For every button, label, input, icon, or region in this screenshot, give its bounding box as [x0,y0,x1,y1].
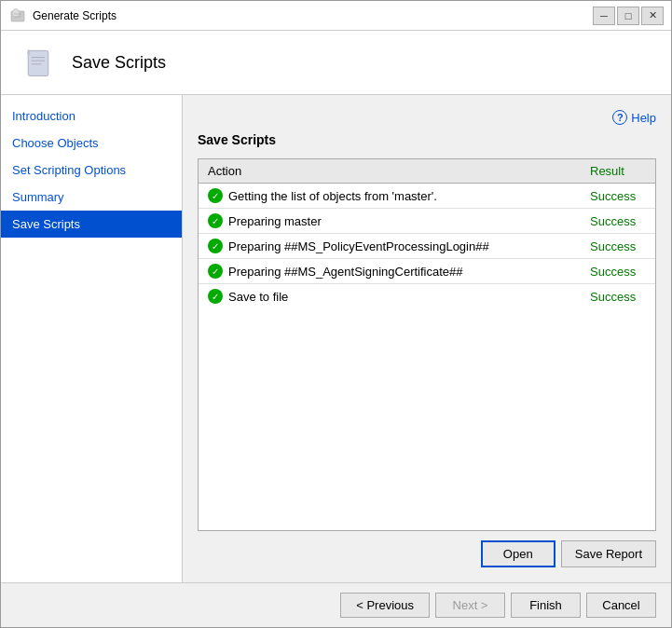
svg-rect-3 [28,50,48,75]
action-text: Save to file [228,290,288,304]
table-row: ✓Preparing masterSuccess [199,209,655,234]
col-header-result: Result [581,159,655,184]
action-cell: ✓Getting the list of objects from 'maste… [199,184,581,209]
footer: < Previous Next > Finish Cancel [1,582,671,627]
result-cell: Success [581,284,655,309]
result-cell: Success [581,234,655,259]
help-link[interactable]: ? Help [198,110,656,125]
header-panel: Save Scripts [1,31,671,95]
success-icon: ✓ [208,213,223,228]
save-report-button[interactable]: Save Report [561,540,656,567]
open-button[interactable]: Open [481,540,555,567]
col-header-action: Action [199,159,581,184]
action-text: Preparing master [228,214,322,228]
action-text: Getting the list of objects from 'master… [228,189,437,203]
bottom-buttons: Open Save Report [198,540,656,567]
minimize-button[interactable]: ─ [593,7,615,25]
sidebar-item-summary[interactable]: Summary [1,184,182,211]
main-panel: ? Help Save Scripts Action Result ✓Getti… [183,95,671,582]
title-bar-icon [8,7,27,25]
maximize-button[interactable]: □ [617,7,639,25]
success-icon: ✓ [208,289,223,304]
title-bar-controls: ─ □ ✕ [593,7,664,25]
action-text: Preparing ##MS_AgentSigningCertificate## [228,265,463,279]
cancel-button[interactable]: Cancel [586,593,656,618]
next-button[interactable]: Next > [435,593,505,618]
title-bar-title: Generate Scripts [33,9,593,22]
main-window: Generate Scripts ─ □ ✕ Save Scripts Intr… [0,0,672,628]
content-area: Introduction Choose Objects Set Scriptin… [1,95,671,582]
action-cell: ✓Preparing ##MS_PolicyEventProcessingLog… [199,234,581,259]
result-cell: Success [581,209,655,234]
action-cell: ✓Preparing master [199,209,581,234]
table-row: ✓Preparing ##MS_AgentSigningCertificate#… [199,259,655,284]
results-table-container: Action Result ✓Getting the list of objec… [198,158,656,531]
table-row: ✓Save to fileSuccess [199,284,655,309]
sidebar-item-choose-objects[interactable]: Choose Objects [1,130,182,157]
results-table: Action Result ✓Getting the list of objec… [199,159,655,308]
help-icon: ? [612,110,627,125]
action-cell: ✓Save to file [199,284,581,309]
sidebar-item-set-scripting-options[interactable]: Set Scripting Options [1,157,182,184]
header-icon [16,40,61,85]
sidebar-item-introduction[interactable]: Introduction [1,102,182,130]
success-icon: ✓ [208,239,223,253]
sidebar-item-save-scripts[interactable]: Save Scripts [1,211,182,238]
sidebar: Introduction Choose Objects Set Scriptin… [1,95,183,582]
result-cell: Success [581,259,655,284]
table-row: ✓Getting the list of objects from 'maste… [199,184,655,209]
success-icon: ✓ [208,188,223,203]
header-title: Save Scripts [72,53,166,73]
help-label: Help [631,111,656,125]
action-cell: ✓Preparing ##MS_AgentSigningCertificate#… [199,259,581,284]
close-button[interactable]: ✕ [641,7,664,25]
result-cell: Success [581,184,655,209]
title-bar: Generate Scripts ─ □ ✕ [1,1,671,31]
table-row: ✓Preparing ##MS_PolicyEventProcessingLog… [199,234,655,259]
success-icon: ✓ [208,264,223,279]
action-text: Preparing ##MS_PolicyEventProcessingLogi… [228,239,489,253]
finish-button[interactable]: Finish [511,593,581,618]
section-title: Save Scripts [198,132,656,147]
previous-button[interactable]: < Previous [340,593,430,618]
